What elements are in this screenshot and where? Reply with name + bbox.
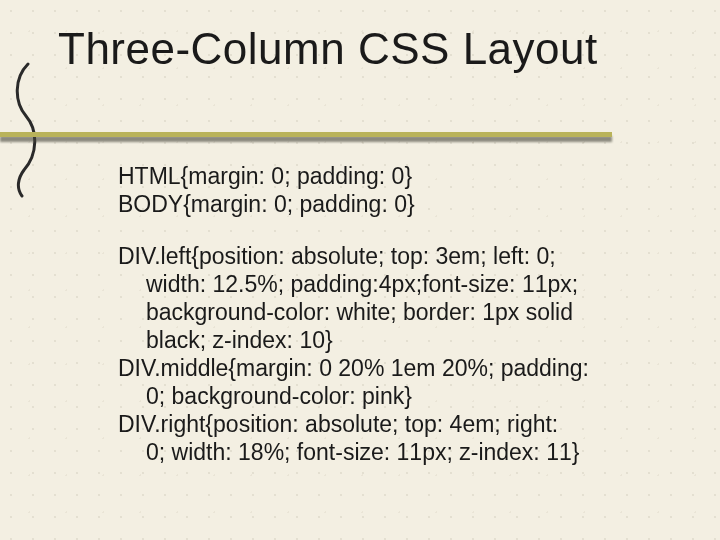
code-block-right: DIV.right{position: absolute; top: 4em; …	[118, 410, 678, 466]
code-line: black; z-index: 10}	[146, 326, 678, 354]
slide-body: HTML{margin: 0; padding: 0} BODY{margin:…	[118, 162, 678, 466]
code-line: 0; background-color: pink}	[146, 382, 678, 410]
code-line: 0; width: 18%; font-size: 11px; z-index:…	[146, 438, 678, 466]
title-underline	[0, 128, 720, 148]
code-line: width: 12.5%; padding:4px;font-size: 11p…	[146, 270, 678, 298]
code-line: BODY{margin: 0; padding: 0}	[118, 190, 678, 218]
slide-title: Three-Column CSS Layout	[58, 26, 598, 72]
code-block-middle: DIV.middle{margin: 0 20% 1em 20%; paddin…	[118, 354, 678, 410]
code-line: DIV.left{position: absolute; top: 3em; l…	[118, 243, 556, 269]
code-line: DIV.middle{margin: 0 20% 1em 20%; paddin…	[118, 355, 589, 381]
code-line: DIV.right{position: absolute; top: 4em; …	[118, 411, 558, 437]
code-block-left: DIV.left{position: absolute; top: 3em; l…	[118, 242, 678, 354]
code-line: background-color: white; border: 1px sol…	[146, 298, 678, 326]
code-line: HTML{margin: 0; padding: 0}	[118, 162, 678, 190]
slide: Three-Column CSS Layout HTML{margin: 0; …	[0, 0, 720, 540]
